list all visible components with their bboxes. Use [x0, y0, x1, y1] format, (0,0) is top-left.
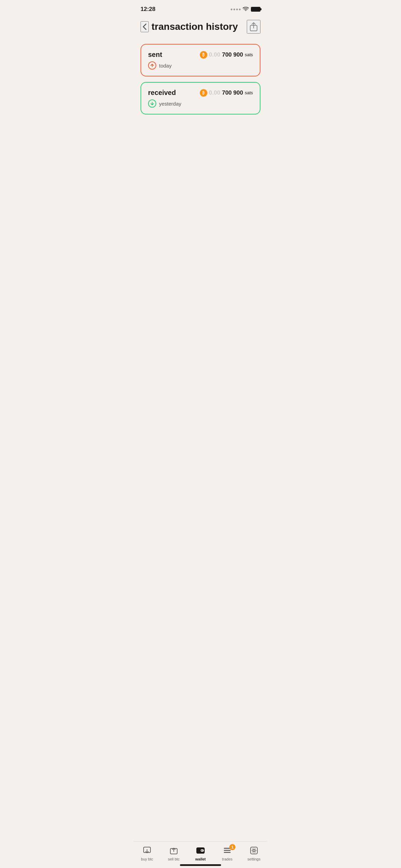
btc-icon-received: ₿ — [200, 89, 207, 97]
back-button[interactable] — [141, 21, 149, 32]
amount-decimal-received: 0.00 — [209, 89, 220, 96]
amount-unit-received: sats — [245, 90, 253, 95]
btc-icon: ₿ — [200, 51, 207, 59]
battery-icon — [251, 7, 260, 12]
transaction-amount-sent: ₿ 0.00 700 900 sats — [200, 51, 253, 59]
transaction-date-received: yesterday — [159, 101, 181, 107]
signal-dots-icon — [231, 9, 241, 10]
transaction-card-sent[interactable]: sent ₿ 0.00 700 900 sats today — [141, 44, 260, 76]
amount-main-sent: 700 900 — [222, 51, 243, 58]
transaction-date-sent: today — [159, 63, 172, 69]
status-time: 12:28 — [141, 6, 155, 13]
transaction-bottom-row-received: yesterday — [148, 99, 253, 108]
transaction-top-row: sent ₿ 0.00 700 900 sats — [148, 51, 253, 59]
transaction-type-received: received — [148, 89, 176, 97]
amount-main-received: 700 900 — [222, 89, 243, 96]
transaction-bottom-row-sent: today — [148, 61, 253, 70]
transaction-top-row-received: received ₿ 0.00 700 900 sats — [148, 89, 253, 97]
transaction-card-received[interactable]: received ₿ 0.00 700 900 sats yesterday — [141, 82, 260, 114]
page-title: transaction history — [151, 21, 238, 32]
amount-unit-sent: sats — [245, 52, 253, 57]
share-button[interactable] — [247, 20, 260, 34]
transaction-type-sent: sent — [148, 51, 162, 59]
transactions-list: sent ₿ 0.00 700 900 sats today received … — [134, 40, 267, 118]
amount-decimal-sent: 0.00 — [209, 51, 220, 58]
page-header: transaction history — [134, 16, 267, 40]
received-direction-icon — [148, 99, 156, 108]
header-left: transaction history — [141, 21, 238, 32]
wifi-icon — [243, 7, 249, 12]
status-bar: 12:28 — [134, 0, 267, 16]
status-icons — [231, 7, 260, 12]
transaction-amount-received: ₿ 0.00 700 900 sats — [200, 89, 253, 97]
sent-direction-icon — [148, 61, 156, 70]
